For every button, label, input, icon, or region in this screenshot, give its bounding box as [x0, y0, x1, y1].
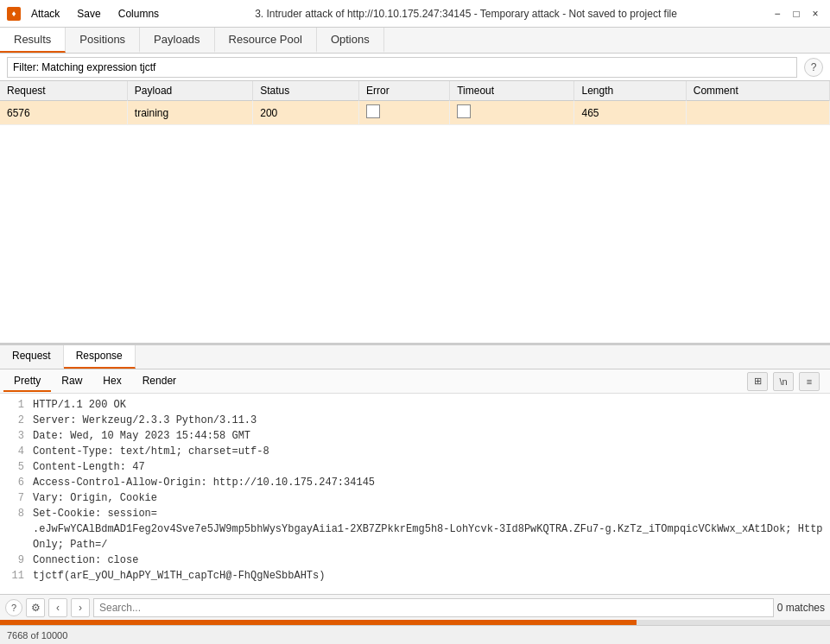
filter-bar: ? — [0, 54, 830, 81]
code-line-4: 4 Content-Type: text/html; charset=utf-8 — [0, 444, 830, 459]
window-title: 3. Intruder attack of http://10.10.175.2… — [169, 8, 763, 20]
wrap-icon-button[interactable]: ⊞ — [747, 372, 768, 391]
menu-save[interactable]: Save — [73, 6, 104, 22]
code-line-1: 1 HTTP/1.1 200 OK — [0, 397, 830, 413]
status-label: 7668 of 10000 — [7, 630, 67, 641]
search-help-button[interactable]: ? — [5, 599, 22, 616]
tab-positions[interactable]: Positions — [66, 28, 140, 53]
minimize-button[interactable]: − — [770, 6, 785, 22]
maximize-button[interactable]: □ — [789, 6, 804, 22]
close-button[interactable]: × — [808, 6, 823, 22]
newline-icon-button[interactable]: \n — [773, 372, 794, 391]
col-status[interactable]: Status — [253, 81, 359, 101]
menu-icon-button[interactable]: ≡ — [799, 372, 820, 391]
response-content: 1 HTTP/1.1 200 OK 2 Server: Werkzeug/2.3… — [0, 394, 830, 594]
tab-payloads[interactable]: Payloads — [140, 28, 214, 53]
tab-results[interactable]: Results — [0, 28, 66, 53]
col-payload[interactable]: Payload — [127, 81, 252, 101]
table-header-row: Request Payload Status Error Timeout Len… — [0, 81, 830, 101]
menu-columns[interactable]: Columns — [115, 6, 162, 22]
app-icon: ♦ — [7, 7, 21, 21]
table-row[interactable]: 6576 training 200 465 — [0, 101, 830, 125]
code-line-9: 9 Connection: close — [0, 552, 830, 568]
bottom-panel: Request Response Pretty Raw Hex Render ⊞… — [0, 344, 830, 620]
menu-attack[interactable]: Attack — [28, 6, 63, 22]
view-tab-raw[interactable]: Raw — [51, 371, 92, 392]
tab-options[interactable]: Options — [317, 28, 384, 53]
bottom-tabs: Request Response — [0, 345, 830, 369]
search-settings-button[interactable]: ⚙ — [26, 598, 45, 617]
cell-request: 6576 — [0, 101, 127, 125]
cell-error — [359, 101, 450, 125]
status-bar: 7668 of 10000 — [0, 625, 830, 644]
matches-label: 0 matches — [777, 602, 825, 614]
tab-request[interactable]: Request — [0, 345, 64, 369]
code-line-8: 8 Set-Cookie: session= — [0, 506, 830, 521]
search-input[interactable] — [93, 598, 774, 617]
window-controls[interactable]: − □ × — [770, 6, 823, 22]
view-tab-render[interactable]: Render — [132, 371, 187, 392]
code-line-8b: .eJwFwYCAlBdmAD1Feg2ov4Sve7e5JW9mp5bhWys… — [0, 521, 830, 552]
filter-input[interactable] — [7, 57, 797, 78]
results-table-container: Request Payload Status Error Timeout Len… — [0, 81, 830, 344]
col-request[interactable]: Request — [0, 81, 127, 101]
cell-comment — [686, 101, 829, 125]
code-line-11: 11 tjctf(arE_yOU_hApPY_W1TH_capTcH@-FhQg… — [0, 568, 830, 584]
cell-timeout — [450, 101, 574, 125]
results-table: Request Payload Status Error Timeout Len… — [0, 81, 830, 125]
col-timeout[interactable]: Timeout — [450, 81, 574, 101]
tab-resource-pool[interactable]: Resource Pool — [215, 28, 317, 53]
main-tabs: Results Positions Payloads Resource Pool… — [0, 28, 830, 54]
view-tab-pretty[interactable]: Pretty — [3, 371, 51, 392]
code-line-7: 7 Vary: Origin, Cookie — [0, 490, 830, 506]
code-line-2: 2 Server: Werkzeug/2.3.3 Python/3.11.3 — [0, 413, 830, 428]
bottom-search-bar: ? ⚙ ‹ › 0 matches — [0, 594, 830, 620]
col-error[interactable]: Error — [359, 81, 450, 101]
view-icons: ⊞ \n ≡ — [747, 372, 827, 391]
code-line-3: 3 Date: Wed, 10 May 2023 15:44:58 GMT — [0, 428, 830, 444]
search-prev-button[interactable]: ‹ — [48, 598, 67, 617]
title-menu[interactable]: Attack Save Columns — [28, 6, 162, 22]
view-tab-hex[interactable]: Hex — [92, 371, 131, 392]
col-comment[interactable]: Comment — [686, 81, 829, 101]
filter-help-button[interactable]: ? — [804, 58, 823, 77]
cell-length: 465 — [574, 101, 686, 125]
code-line-6: 6 Access-Control-Allow-Origin: http://10… — [0, 475, 830, 490]
cell-payload: training — [127, 101, 252, 125]
view-tabs: Pretty Raw Hex Render ⊞ \n ≡ — [0, 369, 830, 394]
search-next-button[interactable]: › — [71, 598, 90, 617]
title-bar: ♦ Attack Save Columns 3. Intruder attack… — [0, 0, 830, 28]
col-length[interactable]: Length — [574, 81, 686, 101]
tab-response[interactable]: Response — [64, 345, 136, 369]
cell-status: 200 — [253, 101, 359, 125]
code-line-5: 5 Content-Length: 47 — [0, 459, 830, 475]
